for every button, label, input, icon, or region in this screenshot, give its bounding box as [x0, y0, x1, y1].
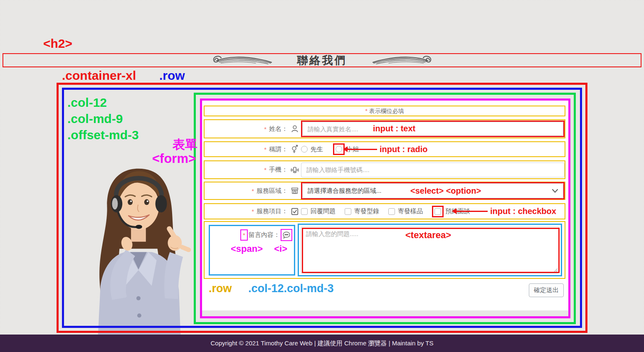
- checkbox-annotation-box: [432, 206, 444, 217]
- chevron-down-icon: [552, 189, 558, 193]
- page-title-band: 聯絡我們: [2, 53, 642, 67]
- annotation-form-tag: <form>: [152, 151, 196, 166]
- name-label: * 姓名：: [205, 124, 299, 133]
- annotation-offset-md-3: .offset-md-3: [67, 128, 139, 142]
- support-agent-photo: [76, 161, 201, 335]
- service-area-field-row: * 服務區域： 請選擇適合服務您的區域... <select> <option>: [204, 182, 565, 200]
- message-field-row: * 留言內容： <span> <i> <textarea>: [204, 221, 565, 279]
- annotation-h2-tag: <h2>: [43, 37, 72, 51]
- annotation-col-12-col-md-3: .col-12.col-md-3: [248, 282, 334, 295]
- mobile-vibrate-icon: [290, 165, 299, 175]
- checkbox-catalog[interactable]: [345, 208, 351, 215]
- name-required-star: *: [264, 126, 266, 133]
- phone-label: * 手機：: [205, 165, 299, 175]
- phone-field-row: * 手機：: [204, 160, 565, 179]
- name-label-text: 姓名：: [269, 125, 288, 133]
- name-input[interactable]: [302, 122, 563, 136]
- service-items-required-star: *: [252, 208, 254, 215]
- checkbox-reply-label: 回覆問題: [311, 207, 336, 215]
- storefront-icon: [290, 186, 299, 195]
- service-area-select-value: 請選擇適合服務您的區域...: [308, 187, 382, 195]
- salutation-label: * 稱謂：: [205, 145, 299, 154]
- name-field-row: * 姓名： input : text: [204, 119, 565, 138]
- textarea-container-box: <textarea>: [298, 224, 562, 276]
- annotation-row-bottom: .row: [209, 282, 232, 295]
- message-label-text: 留言內容：: [249, 231, 280, 239]
- flourish-left-decoration: [211, 55, 273, 65]
- span-annotation-box: *: [240, 229, 248, 241]
- service-items-label-text: 服務項目：: [257, 207, 288, 215]
- checkbox-catalog-label: 寄發型錄: [354, 207, 379, 215]
- service-area-label: * 服務區域：: [205, 186, 299, 195]
- salutation-required-star: *: [264, 146, 266, 153]
- annotation-input-radio: input : radio: [380, 145, 428, 154]
- radio-annotation-arrow: [347, 149, 377, 150]
- annotation-col-12: .col-12: [67, 96, 107, 110]
- annotation-row: .row: [159, 69, 185, 83]
- resize-handle-icon[interactable]: [554, 268, 558, 272]
- service-items-label: * 服務項目：: [205, 207, 299, 216]
- service-items-field-row: * 服務項目： 回覆問題 寄發型錄 寄發樣品 預約面談 input : c: [204, 203, 565, 219]
- required-star: *: [365, 107, 368, 114]
- speech-bubble-icon: [282, 231, 291, 240]
- checkbox-sample-label: 寄發樣品: [398, 207, 423, 215]
- select-annotation-box: 請選擇適合服務您的區域... <select> <option>: [301, 182, 565, 199]
- salutation-field-row: * 稱謂： 先生 小姐 input : radio: [204, 141, 565, 157]
- checkbox-option-sample[interactable]: 寄發樣品: [388, 207, 423, 215]
- checkbox-interview[interactable]: [434, 208, 441, 215]
- annotation-span-tag: <span>: [231, 244, 263, 254]
- annotation-container-xl: .container-xl: [62, 69, 136, 83]
- message-textarea[interactable]: [301, 226, 559, 273]
- message-required-star: *: [243, 231, 245, 239]
- name-input-annotation-box: input : text: [301, 121, 565, 137]
- page-title: 聯絡我們: [297, 53, 347, 68]
- salutation-label-text: 稱謂：: [269, 145, 288, 153]
- person-icon: [290, 124, 299, 133]
- radio-mr-label: 先生: [311, 145, 323, 153]
- required-note-row: * 表示欄位必填: [204, 106, 565, 116]
- annotation-form-zh: 表單: [173, 136, 197, 153]
- gender-icon: [290, 145, 299, 154]
- annotation-i-tag: <i>: [274, 244, 287, 254]
- checkbox-reply[interactable]: [301, 208, 308, 215]
- radio-mr[interactable]: [301, 146, 308, 153]
- copyright-text: Copyright © 2021 Timothy Care Web | 建議使用…: [211, 340, 434, 347]
- checkbox-sample[interactable]: [388, 208, 395, 215]
- i-annotation-box: [281, 229, 292, 241]
- submit-button[interactable]: 確定送出: [529, 283, 564, 297]
- flourish-right-decoration: [371, 55, 434, 65]
- required-note: 表示欄位必填: [369, 108, 404, 114]
- page: { "header": { "title": "聯絡我們" }, "annota…: [0, 0, 644, 352]
- phone-required-star: *: [264, 166, 266, 173]
- radio-miss[interactable]: [336, 146, 342, 153]
- phone-label-text: 手機：: [269, 166, 288, 174]
- annotation-col-md-9: .col-md-9: [67, 112, 123, 126]
- phone-input[interactable]: [301, 162, 565, 177]
- service-area-label-text: 服務區域：: [257, 187, 288, 195]
- annotation-input-checkbox: input : checkbox: [490, 207, 556, 216]
- checkbox-annotation-arrow: [456, 211, 488, 212]
- footer: Copyright © 2021 Timothy Care Web | 建議使用…: [0, 335, 644, 352]
- message-label-box: * 留言內容： <span> <i>: [209, 225, 295, 276]
- radio-option-mr[interactable]: 先生: [301, 145, 323, 153]
- checked-box-icon: [290, 207, 299, 216]
- service-area-select[interactable]: 請選擇適合服務您的區域...: [302, 183, 563, 198]
- checkbox-option-reply[interactable]: 回覆問題: [301, 207, 336, 215]
- service-area-required-star: *: [252, 187, 254, 194]
- checkbox-option-catalog[interactable]: 寄發型錄: [345, 207, 379, 215]
